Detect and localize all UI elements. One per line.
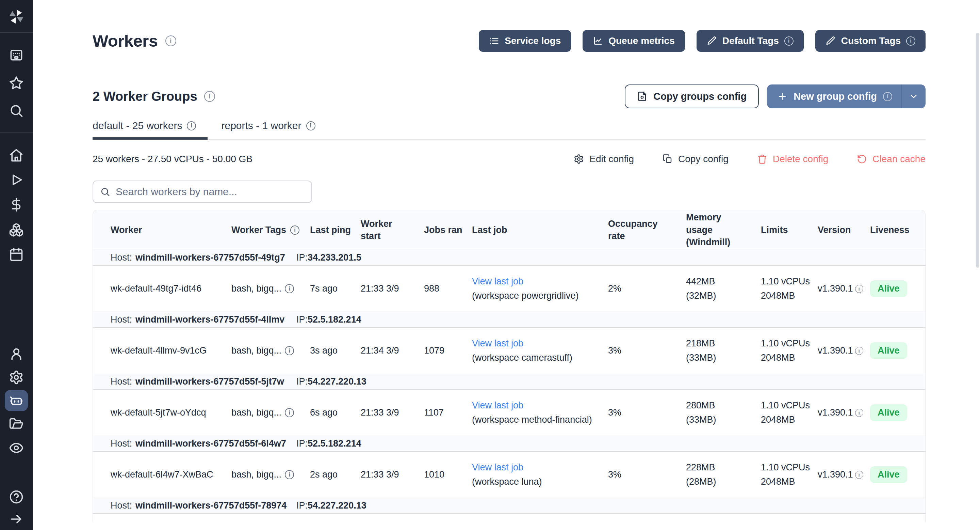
ip-label: IP: (296, 314, 308, 325)
service-logs-label: Service logs (504, 35, 561, 46)
copy-groups-config-label: Copy groups config (653, 91, 746, 102)
info-icon[interactable] (285, 346, 294, 355)
host-label: Host: (111, 377, 132, 387)
info-icon[interactable] (906, 37, 915, 46)
calendar-icon (9, 247, 24, 262)
default-tags-button[interactable]: Default Tags (697, 30, 804, 52)
windmill-logo[interactable] (5, 6, 28, 27)
info-icon[interactable] (855, 347, 863, 355)
info-icon[interactable] (855, 471, 863, 479)
new-group-config-main[interactable]: New group config (767, 85, 901, 108)
sidebar-item-favorites[interactable] (5, 72, 28, 93)
view-last-job-link[interactable]: View last job (472, 337, 523, 351)
view-last-job-link[interactable]: View last job (472, 275, 523, 289)
sidebar-item-apps[interactable] (5, 45, 28, 66)
sidebar-item-search[interactable] (5, 100, 28, 121)
worker-tags: bash, bigq... (231, 407, 310, 418)
column-header-worker-tags: Worker Tags (231, 224, 310, 236)
sidebar-item-schedules[interactable] (5, 244, 28, 265)
info-icon[interactable] (306, 121, 315, 131)
file-code-icon (637, 91, 647, 102)
liveness: Alive (870, 342, 925, 359)
sidebar-item-variables[interactable] (5, 194, 28, 215)
queue-metrics-button[interactable]: Queue metrics (582, 30, 685, 52)
delete-config-button[interactable]: Delete config (757, 153, 828, 164)
copy-icon (662, 154, 673, 164)
vertical-scrollbar[interactable] (976, 33, 979, 268)
info-icon[interactable] (187, 121, 196, 131)
limits: 1.10 vCPUs2048MB (761, 399, 818, 427)
search-input[interactable] (115, 186, 305, 198)
worker-start: 21:33 3/9 (361, 407, 424, 418)
info-icon[interactable] (285, 470, 294, 479)
sidebar-item-resources[interactable] (5, 219, 28, 241)
host-name: windmill-workers-67757d55f-78974 (135, 500, 286, 511)
worker-start: 21:33 3/9 (361, 469, 424, 480)
sidebar-item-workers[interactable] (5, 390, 28, 411)
custom-tags-button[interactable]: Custom Tags (815, 30, 926, 52)
liveness-badge: Alive (870, 280, 907, 297)
worker-table-row: wk-default-49tg7-idt46 bash, bigq... 7s … (93, 266, 925, 312)
copy-config-label: Copy config (678, 153, 729, 164)
info-icon[interactable] (204, 91, 215, 102)
worker-groups-heading: 2 Worker Groups (92, 89, 197, 104)
copy-groups-config-button[interactable]: Copy groups config (625, 85, 759, 108)
tab-default[interactable]: default - 25 workers (92, 120, 208, 139)
new-group-config-dropdown-button[interactable] (901, 85, 926, 108)
last-ping: 3s ago (310, 345, 361, 356)
dollar-icon (9, 197, 24, 212)
worker-table-row: wk-default-6l4w7-XwBaC bash, bigq... 2s … (93, 452, 925, 498)
column-header-jobs-ran: Jobs ran (424, 224, 472, 236)
ip-label: IP: (296, 377, 308, 386)
windmill-logo-icon (8, 8, 25, 26)
info-icon[interactable] (784, 37, 794, 46)
info-icon[interactable] (285, 284, 294, 293)
worker-start: 21:33 3/9 (361, 283, 424, 294)
workers-table: Worker Worker Tags Last ping Worker star… (92, 210, 926, 522)
edit-config-button[interactable]: Edit config (574, 153, 634, 164)
sidebar-item-folders[interactable] (5, 414, 28, 435)
help-button[interactable] (5, 486, 28, 508)
chart-icon (593, 36, 603, 46)
search-box (92, 180, 312, 203)
sidebar-item-audit-logs[interactable] (5, 437, 28, 458)
version: v1.390.1 (818, 345, 870, 356)
worker-groups-title: 2 Worker Groups (92, 89, 215, 104)
sidebar-item-runs[interactable] (5, 169, 28, 190)
new-group-config-button[interactable]: New group config (767, 85, 926, 108)
ip-label: IP: (296, 500, 308, 511)
worker-name: wk-default-4llmv-9v1cG (111, 345, 231, 356)
info-icon[interactable] (285, 408, 294, 417)
expand-sidebar-button[interactable] (5, 509, 28, 530)
toolbar: Service logs Queue metrics Default Tags (479, 30, 926, 52)
host-name: windmill-workers-67757d55f-49tg7 (135, 252, 285, 263)
sidebar-item-home[interactable] (5, 145, 28, 166)
host-name: windmill-workers-67757d55f-6l4w7 (135, 438, 286, 449)
last-job-workspace: (workspace powergridlive) (472, 289, 601, 303)
default-tags-label: Default Tags (722, 35, 779, 46)
host-row: Host:windmill-workers-67757d55f-49tg7 IP… (93, 250, 925, 266)
info-icon[interactable] (855, 409, 863, 417)
info-icon[interactable] (290, 225, 299, 235)
view-last-job-link[interactable]: View last job (472, 399, 523, 413)
host-name: windmill-workers-67757d55f-5jt7w (135, 377, 284, 387)
host-row: Host:windmill-workers-67757d55f-78974 IP… (93, 498, 925, 514)
rotate-icon (857, 154, 867, 164)
memory-usage: 228MB(28MB) (686, 461, 761, 489)
info-icon[interactable] (165, 35, 176, 46)
view-last-job-link[interactable]: View last job (472, 461, 523, 475)
worker-robot-icon (9, 393, 24, 408)
sidebar-item-users[interactable] (5, 343, 28, 364)
sidebar-item-settings[interactable] (5, 367, 28, 388)
info-icon[interactable] (855, 285, 863, 293)
page-title-text: Workers (92, 31, 158, 50)
group-summary: 25 workers - 27.50 vCPUs - 50.00 GB (92, 153, 253, 164)
sidebar-divider (0, 132, 33, 133)
info-icon[interactable] (883, 92, 892, 101)
clean-cache-button[interactable]: Clean cache (857, 153, 926, 164)
jobs-ran: 1107 (424, 407, 472, 418)
copy-config-button[interactable]: Copy config (662, 153, 729, 164)
column-header-last-job: Last job (472, 224, 608, 236)
service-logs-button[interactable]: Service logs (479, 30, 571, 52)
tab-reports[interactable]: reports - 1 worker (221, 120, 327, 139)
